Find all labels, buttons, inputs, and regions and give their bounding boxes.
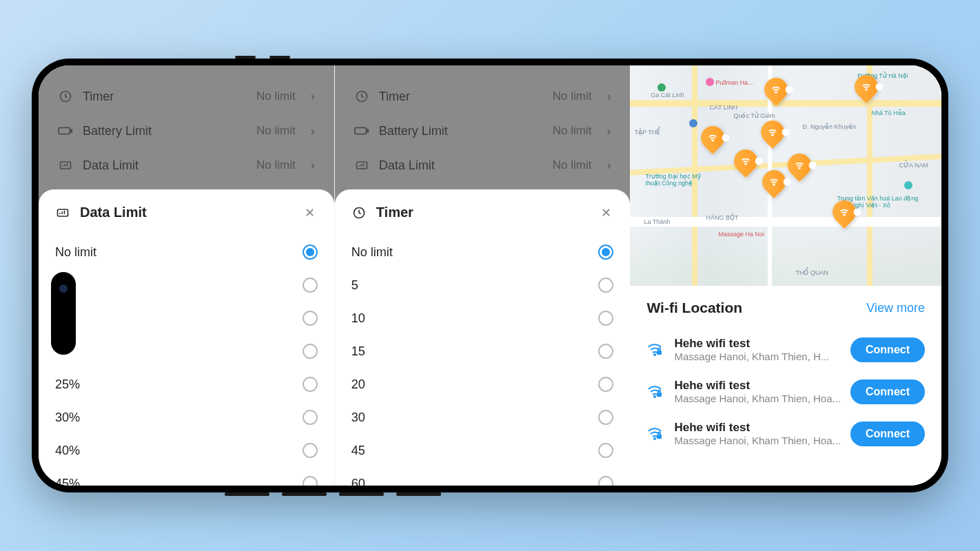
radio-button[interactable]	[598, 245, 613, 260]
data-limit-option[interactable]: 45%	[55, 467, 318, 486]
clock-icon	[351, 205, 367, 220]
svg-point-14	[745, 163, 746, 165]
sheet-title: Data Limit	[80, 205, 293, 220]
option-label: 60	[351, 477, 588, 486]
timer-option[interactable]: 10	[351, 302, 614, 335]
option-label: 5	[351, 278, 588, 293]
radio-button[interactable]	[303, 410, 318, 425]
phone-physical-buttons-top	[235, 56, 290, 59]
map-label: Pullman Ha...	[715, 79, 753, 86]
panel-timer: Timer No limit › Battery Limit No limit …	[335, 65, 631, 486]
option-label: 40%	[55, 444, 292, 458]
data-limit-option[interactable]: No limit	[55, 236, 318, 269]
map-label: Quốc Tử Giám	[733, 112, 775, 119]
svg-point-18	[654, 354, 655, 355]
connect-button[interactable]: Connect	[850, 380, 925, 404]
option-label: 30%	[55, 410, 292, 425]
radio-button[interactable]	[303, 344, 318, 359]
close-icon[interactable]: ✕	[303, 205, 318, 220]
timer-option[interactable]: 5	[351, 269, 614, 302]
svg-point-11	[866, 89, 867, 90]
map-label: CÁT LINH	[709, 104, 737, 111]
timer-option[interactable]: 30	[351, 401, 614, 434]
wifi-signal-icon	[646, 341, 664, 359]
wifi-name: Hehe wifi test	[674, 421, 841, 435]
option-label: 15	[351, 344, 588, 359]
connect-button[interactable]: Connect	[850, 422, 925, 446]
map-label: Massage Ha Noi	[718, 231, 764, 238]
timer-sheet: Timer ✕ No limit5101520304560	[335, 189, 631, 486]
timer-option[interactable]: No limit	[351, 236, 614, 269]
option-label: No limit	[351, 245, 588, 260]
radio-button[interactable]	[303, 476, 318, 486]
data-limit-option[interactable]	[55, 269, 318, 302]
wifi-section-title: Wi-fi Location	[646, 300, 866, 316]
map-label: HÀNG BỘT	[706, 214, 738, 221]
option-label: 10	[351, 311, 588, 326]
option-label: 45	[351, 444, 588, 458]
timer-option[interactable]: 15	[351, 335, 614, 368]
radio-button[interactable]	[303, 245, 318, 260]
radio-button[interactable]	[598, 311, 613, 326]
data-limit-option[interactable]: 40%	[55, 434, 318, 467]
close-icon[interactable]: ✕	[598, 205, 613, 220]
wifi-list-item: Hehe wifi test Massage Hanoi, Kham Thien…	[646, 371, 925, 413]
wifi-address: Massage Hanoi, Kham Thien, Hoa...	[674, 435, 841, 446]
map-label: TẬP THỂ	[634, 129, 660, 136]
svg-point-15	[799, 167, 800, 169]
panel-data-limit: Timer No limit › Battery Limit No limit …	[39, 65, 335, 486]
timer-option[interactable]: 60	[351, 467, 614, 486]
wifi-section: Wi-fi Location View more Hehe wifi test …	[630, 286, 941, 468]
data-icon	[55, 205, 70, 220]
timer-option[interactable]: 20	[351, 368, 614, 401]
wifi-address: Massage Hanoi, Kham Thien, H...	[674, 351, 841, 362]
svg-rect-21	[657, 393, 662, 397]
radio-button[interactable]	[303, 278, 318, 293]
svg-point-10	[775, 92, 777, 93]
svg-point-17	[844, 214, 845, 216]
wifi-name: Hehe wifi test	[674, 337, 841, 351]
svg-rect-19	[657, 351, 662, 355]
svg-point-13	[772, 134, 773, 136]
option-label: 30	[351, 410, 588, 425]
data-limit-option[interactable]	[55, 335, 318, 368]
svg-point-22	[654, 438, 655, 439]
view-more-link[interactable]: View more	[866, 301, 925, 315]
data-limit-option[interactable]: 30%	[55, 401, 318, 434]
phone-screen: Timer No limit › Battery Limit No limit …	[39, 65, 941, 486]
data-limit-sheet: Data Limit ✕ No limit25%30%40%45%50%	[39, 189, 334, 486]
radio-button[interactable]	[598, 443, 613, 458]
radio-button[interactable]	[303, 311, 318, 326]
wifi-map[interactable]: CÁT LINH Quốc Tử Giám Pullman Ha... Ga C…	[630, 65, 941, 286]
svg-point-16	[773, 184, 775, 185]
radio-button[interactable]	[598, 344, 613, 359]
option-label: 20	[351, 377, 588, 392]
timer-option[interactable]: 45	[351, 434, 614, 467]
data-limit-option[interactable]	[55, 302, 318, 335]
radio-button[interactable]	[598, 278, 613, 293]
option-label: No limit	[55, 245, 292, 260]
radio-button[interactable]	[303, 377, 318, 392]
wifi-list-item: Hehe wifi test Massage Hanoi, Kham Thien…	[646, 329, 925, 371]
map-label: Ga Cát Linh	[651, 92, 684, 98]
radio-button[interactable]	[598, 476, 613, 486]
data-limit-option[interactable]: 25%	[55, 368, 318, 401]
map-label: CỬA NAM	[899, 162, 928, 169]
map-label: La Thành	[644, 218, 670, 225]
option-label: 25%	[55, 377, 292, 392]
wifi-list-item: Hehe wifi test Massage Hanoi, Kham Thien…	[646, 413, 925, 455]
map-label: THỔ QUAN	[795, 269, 828, 276]
wifi-name: Hehe wifi test	[674, 379, 841, 393]
sheet-title: Timer	[376, 205, 589, 220]
map-label: Nhà Tù Hỏa	[871, 110, 905, 116]
radio-button[interactable]	[598, 377, 613, 392]
wifi-signal-icon	[646, 383, 664, 401]
radio-button[interactable]	[303, 443, 318, 458]
map-label: Đ. Nguyễn Khuyến	[802, 123, 856, 130]
connect-button[interactable]: Connect	[850, 337, 925, 362]
panel-wifi-map: CÁT LINH Quốc Tử Giám Pullman Ha... Ga C…	[630, 65, 941, 486]
wifi-signal-icon	[646, 425, 664, 443]
dynamic-island	[51, 272, 76, 355]
svg-point-20	[654, 396, 655, 397]
radio-button[interactable]	[598, 410, 613, 425]
